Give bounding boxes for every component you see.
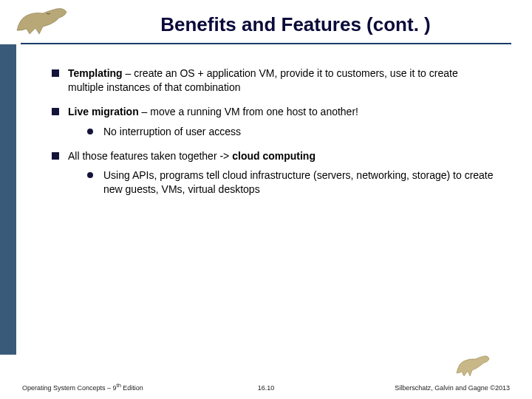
footer-slide-number: 16.10 xyxy=(258,384,275,392)
footer-edition-word: Edition xyxy=(121,384,143,392)
slide-content: Templating – create an OS + application … xyxy=(52,66,495,207)
footer-copyright: Silberschatz, Galvin and Gagne ©2013 xyxy=(395,384,510,392)
bullet-text: All those features taken together -> xyxy=(68,150,232,162)
bullet-bold-term: Live migration xyxy=(68,106,139,117)
slide-title: Benefits and Features (cont. ) xyxy=(89,13,502,36)
sub-bullet-text: Using APIs, programs tell cloud infrastr… xyxy=(103,169,494,195)
dinosaur-logo-top xyxy=(13,4,72,38)
title-underline xyxy=(21,43,511,44)
sub-bullet-text: No interruption of user access xyxy=(103,126,241,137)
bullet-templating: Templating – create an OS + application … xyxy=(52,66,495,95)
bullet-cloud-computing: All those features taken together -> clo… xyxy=(52,149,495,197)
bullet-text: – create an OS + application VM, provide… xyxy=(68,67,458,93)
bullet-live-migration: Live migration – move a running VM from … xyxy=(52,105,495,139)
footer-book-title: Operating System Concepts – 9 xyxy=(22,384,117,392)
bullet-bold-term: Templating xyxy=(68,67,123,79)
slide-footer: Operating System Concepts – 9th Edition … xyxy=(22,382,510,392)
bullet-text: – move a running VM from one host to ano… xyxy=(139,106,358,117)
left-sidebar-stripe xyxy=(0,44,16,355)
dinosaur-logo-bottom xyxy=(454,352,491,378)
sub-bullet: Using APIs, programs tell cloud infrastr… xyxy=(87,168,495,197)
footer-left: Operating System Concepts – 9th Edition xyxy=(22,382,143,392)
sub-bullet: No interruption of user access xyxy=(87,125,495,139)
bullet-bold-term: cloud computing xyxy=(232,150,316,162)
